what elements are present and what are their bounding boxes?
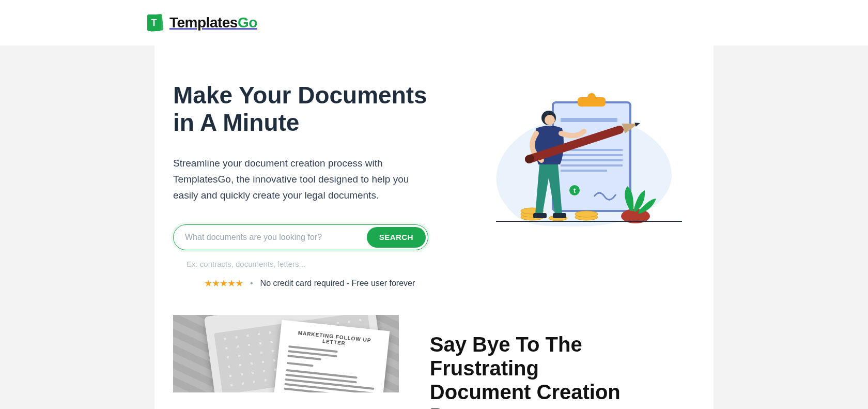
page-subtitle: Streamline your document creation proces… [173,155,421,204]
svg-rect-24 [533,213,547,218]
hero-meta-row: ★★★★★ • No credit card required - Free u… [204,278,452,289]
svg-point-23 [545,115,555,125]
site-header: T TemplatesGo [0,0,868,46]
section-title-line1: Say Bye To The Frustrating [430,333,582,380]
brand-logo[interactable]: T TemplatesGo [146,13,257,33]
section-thumbnail: MARKETING FOLLOW UP LETTER [173,315,399,392]
main-content-card: Make Your Documents in A Minute Streamli… [154,46,714,409]
svg-text:t: t [574,187,576,194]
hero-section: Make Your Documents in A Minute Streamli… [173,82,695,289]
hero-illustration: t [473,82,695,237]
search-input[interactable] [185,233,367,242]
hero-copy: Make Your Documents in A Minute Streamli… [173,82,452,289]
svg-point-5 [587,93,596,101]
svg-text:T: T [151,18,157,28]
search-example-hint: Ex: contracts, documents, letters... [187,260,452,268]
star-rating-icon: ★★★★★ [204,278,243,289]
svg-rect-6 [561,118,617,122]
thumbnail-document-icon: MARKETING FOLLOW UP LETTER [273,320,390,392]
section-copy: Say Bye To The Frustrating Document Crea… [430,315,695,409]
page-title: Make Your Documents in A Minute [173,82,452,137]
svg-rect-8 [561,154,623,156]
search-bar: SEARCH [173,224,428,250]
hero-meta-text: No credit card required - Free user fore… [260,279,415,288]
section-title: Say Bye To The Frustrating Document Crea… [430,332,695,409]
svg-rect-9 [561,159,623,161]
search-button[interactable]: SEARCH [367,227,426,248]
section-title-line2: Document Creation Process [430,381,621,409]
clipboard-person-illustration-icon: t [475,82,692,237]
brand-name-part1: Templates [169,14,238,31]
svg-rect-10 [561,164,623,166]
svg-rect-25 [553,213,566,218]
brand-logo-icon: T [146,13,164,33]
page-title-line2: in A Minute [173,109,299,136]
svg-rect-11 [561,170,607,172]
brand-name-part2: Go [238,14,257,31]
separator-dot-icon: • [250,279,253,288]
svg-point-19 [575,211,598,217]
section-frustrating-process: MARKETING FOLLOW UP LETTER Say Bye To Th… [173,315,695,409]
page-title-line1: Make Your Documents [173,82,427,109]
svg-marker-28 [634,121,641,127]
brand-logo-text: TemplatesGo [169,14,257,31]
